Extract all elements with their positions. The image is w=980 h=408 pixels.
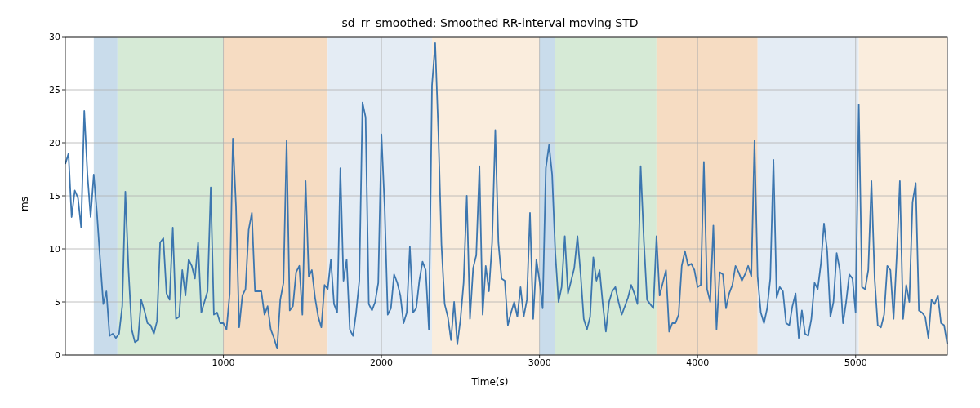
ytick-label: 0: [55, 350, 60, 361]
chart-figure: sd_rr_smoothed: Smoothed RR-interval mov…: [0, 0, 980, 408]
xtick-label: 5000: [844, 357, 867, 368]
chart-title: sd_rr_smoothed: Smoothed RR-interval mov…: [0, 16, 980, 29]
ytick-label: 25: [49, 85, 60, 95]
plot-area: [65, 37, 947, 355]
xtick-label: 2000: [370, 357, 393, 368]
x-axis-label: Time(s): [0, 376, 980, 388]
xtick-label: 1000: [212, 357, 235, 368]
ytick-label: 5: [55, 297, 60, 308]
y-axis-label: ms: [19, 197, 30, 211]
xtick-label: 3000: [528, 357, 551, 368]
xtick-label: 4000: [686, 357, 709, 368]
plot-svg: [65, 37, 947, 355]
ytick-label: 20: [49, 138, 60, 149]
ytick-label: 10: [49, 244, 60, 255]
ytick-label: 15: [49, 191, 60, 202]
ytick-label: 30: [49, 32, 60, 42]
